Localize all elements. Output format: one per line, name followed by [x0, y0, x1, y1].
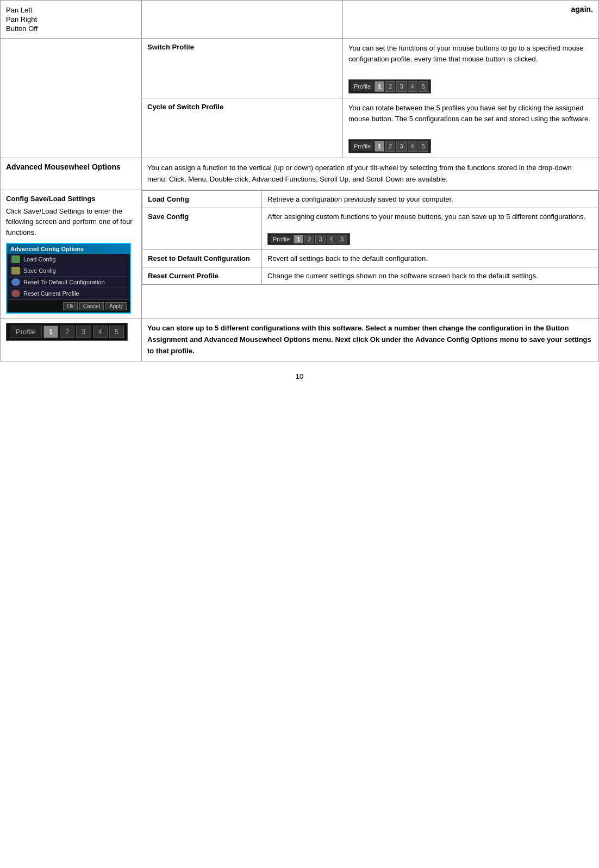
profile-bar-label: Profile [351, 82, 373, 92]
profile-bar-large-num-3: 3 [76, 326, 91, 338]
adv-config-reset-default-label: Reset To Default Configuration [23, 279, 105, 285]
profile-bar-num-2: 2 [385, 81, 395, 92]
profile-bar-large: Profile 1 2 3 4 5 [6, 323, 128, 341]
adv-config-reset-current: Reset Current Profile [7, 288, 130, 299]
bullet-cell: Pan Left Pan Right Button Off [1, 1, 142, 39]
switch-profile-left-empty [1, 39, 142, 158]
adv-config-reset-current-label: Reset Current Profile [23, 290, 79, 297]
profile-bar-large-num-1: 1 [43, 326, 58, 338]
config-save-load-title: Config Save/Load Settings [6, 195, 136, 203]
adv-config-title-bar: Advanced Config Options [7, 244, 130, 254]
cycle-profile-bar: Profile 1 2 3 4 5 [348, 139, 431, 154]
advanced-mousewheel-label: Advanced Mousewheel Options [1, 158, 142, 190]
adv-config-apply-button[interactable]: Apply [105, 302, 127, 310]
reset-current-label: Reset Current Profile [142, 267, 262, 284]
config-save-load-row: Config Save/Load Settings Click Save/Loa… [1, 190, 599, 319]
profile-bar-large-num-2: 2 [60, 326, 74, 338]
adv-config-save-label: Save Config [23, 267, 56, 274]
profile-bar-num-3: 3 [396, 81, 406, 92]
reset-current-desc: Change the current settings shown on the… [262, 267, 598, 284]
profile-bottom-row: Profile 1 2 3 4 5 You can store up to 5 … [1, 319, 599, 361]
cycle-switch-profile-text: You can rotate between the 5 profiles yo… [348, 103, 593, 124]
profile-bar-large-label: Profile [10, 326, 42, 338]
profile-row-cell: Profile 1 2 3 4 5 [1, 319, 142, 361]
reset-default-icon [11, 278, 20, 286]
cycle-profile-bar-num-4: 4 [408, 141, 417, 152]
cycle-profile-bar-num-5: 5 [419, 141, 428, 152]
again-cell: again. [343, 1, 599, 39]
top-row: Pan Left Pan Right Button Off again. [1, 1, 599, 39]
save-config-desc: After assigning custom functions to your… [262, 208, 598, 249]
cycle-profile-bar-num-3: 3 [396, 141, 406, 152]
save-config-profile-bar: Profile 1 2 3 4 5 [267, 233, 350, 245]
switch-profile-bar: Profile 1 2 3 4 5 [348, 79, 431, 94]
bullet-pan-left: Pan Left [6, 6, 136, 14]
adv-config-buttons: Ok Cancel Apply [7, 299, 130, 313]
switch-profile-label: Switch Profile [142, 39, 343, 98]
adv-config-save-config: Save Config [7, 265, 130, 277]
cycle-switch-profile-desc: You can rotate between the 5 profiles yo… [343, 98, 599, 158]
save-config-profile-label: Profile [270, 235, 292, 243]
cycle-profile-bar-num-2: 2 [385, 141, 395, 152]
reset-current-icon [11, 290, 20, 297]
load-config-row: Load Config Retrieve a configuration pre… [142, 190, 598, 208]
adv-config-load-label: Load Config [23, 256, 55, 263]
adv-config-cancel-button[interactable]: Cancel [79, 302, 104, 310]
reset-current-row: Reset Current Profile Change the current… [142, 267, 598, 284]
save-config-num-1: 1 [294, 235, 303, 243]
adv-config-load-config: Load Config [7, 254, 130, 265]
main-table: Pan Left Pan Right Button Off again. S [0, 0, 599, 361]
profile-bar-num-4: 4 [408, 81, 417, 92]
switch-profile-desc: You can set the functions of your mouse … [343, 39, 599, 98]
save-icon [11, 267, 20, 274]
top-empty-cell [142, 1, 343, 39]
page-number: 10 [0, 361, 599, 391]
load-config-desc: Retrieve a configuration previously save… [262, 190, 598, 208]
bullet-list: Pan Left Pan Right Button Off [6, 6, 136, 33]
config-inner-cell: Load Config Retrieve a configuration pre… [142, 190, 599, 319]
save-config-num-5: 5 [338, 235, 347, 243]
save-config-num-3: 3 [315, 235, 325, 243]
adv-config-reset-default: Reset To Default Configuration [7, 277, 130, 288]
cycle-profile-bar-num-1: 1 [375, 141, 384, 152]
save-config-label: Save Config [142, 208, 262, 249]
config-save-load-body: Click Save/Load Settings to enter the fo… [6, 206, 136, 238]
advanced-mousewheel-row: Advanced Mousewheel Options You can assi… [1, 158, 599, 190]
cycle-switch-profile-label: Cycle of Switch Profile [142, 98, 343, 158]
bullet-pan-right: Pan Right [6, 15, 136, 23]
profile-bar-large-num-4: 4 [93, 326, 108, 338]
adv-config-screenshot: Advanced Config Options Load Config Save… [6, 243, 131, 314]
adv-config-ok-button[interactable]: Ok [63, 302, 78, 310]
page-wrapper: Pan Left Pan Right Button Off again. S [0, 0, 599, 391]
advanced-mousewheel-desc: You can assign a function to the vertica… [142, 158, 599, 190]
reset-default-label: Reset to Default Configuration [142, 249, 262, 267]
again-text: again. [571, 5, 593, 14]
reset-default-row: Reset to Default Configuration Revert al… [142, 249, 598, 267]
reset-default-desc: Revert all settings back to the default … [262, 249, 598, 267]
load-config-label: Load Config [142, 190, 262, 208]
profile-bar-large-num-5: 5 [109, 326, 124, 338]
profile-bar-num-5: 5 [419, 81, 428, 92]
save-config-num-2: 2 [304, 235, 314, 243]
cycle-profile-bar-label: Profile [351, 141, 373, 152]
save-config-row: Save Config After assigning custom funct… [142, 208, 598, 249]
profile-bottom-desc: You can store up to 5 different configur… [142, 319, 599, 361]
switch-profile-text: You can set the functions of your mouse … [348, 43, 593, 64]
config-inner-table: Load Config Retrieve a configuration pre… [142, 190, 598, 285]
switch-profile-row: Switch Profile You can set the functions… [1, 39, 599, 98]
load-icon [11, 255, 20, 263]
config-label-cell: Config Save/Load Settings Click Save/Loa… [1, 190, 142, 319]
bullet-button-off: Button Off [6, 24, 136, 33]
save-config-num-4: 4 [327, 235, 336, 243]
profile-bar-num-1: 1 [375, 81, 384, 92]
